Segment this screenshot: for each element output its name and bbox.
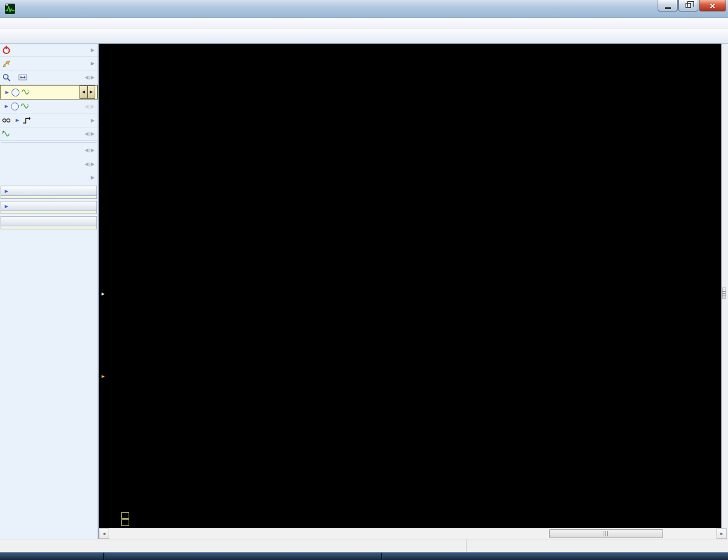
app-icon [5, 4, 15, 14]
position-time-row[interactable]: ◀|▶ [0, 127, 98, 141]
cursor-b-tag[interactable] [121, 519, 129, 526]
trigger-edge-icon [22, 116, 31, 124]
measure-panel-in2: ► [1, 201, 97, 214]
taskbar-separator [103, 553, 104, 560]
probe2-icon [11, 103, 19, 110]
menu-bar [0, 18, 728, 29]
panel1-arrow-icon: ► [4, 188, 9, 194]
spin-back-icon[interactable]: ◄ [79, 86, 87, 99]
restore-button[interactable] [678, 0, 698, 12]
expand-arrow-icon[interactable]: ▶ [91, 47, 96, 53]
modes-row[interactable]: ▶ [0, 57, 98, 70]
waveform-edit-icon [21, 102, 30, 110]
expand-arrow-icon[interactable]: ▶ [91, 175, 96, 180]
spin-arrows-icon[interactable]: ◀|▶ [85, 161, 96, 167]
spin-arrows-icon[interactable]: ◀|▶ [85, 75, 96, 80]
scope-display[interactable]: ► ► [99, 44, 727, 528]
title-bar[interactable]: × [0, 0, 728, 18]
channel2-arrow-icon: ► [4, 103, 9, 109]
status-bar [0, 539, 728, 552]
spin-arrows-icon[interactable]: ◀|▶ [85, 131, 96, 137]
panel2-arrow-icon: ► [4, 203, 9, 209]
scale-row[interactable]: ◀|▶ [0, 70, 98, 85]
restore-icon [686, 3, 691, 8]
channel2-marker[interactable]: ► [101, 371, 106, 380]
signal-time-icon [2, 130, 11, 138]
windows-taskbar[interactable] [0, 552, 728, 560]
vertical-scrollbar[interactable] [721, 44, 727, 528]
trigger-row[interactable]: ► ▶ [0, 113, 98, 127]
cursor-a-row[interactable]: ◀|▶ [0, 143, 98, 157]
phase-row[interactable]: ▶ [0, 171, 98, 183]
close-button[interactable]: × [699, 0, 726, 12]
channel1-row[interactable]: ► ◄► [0, 85, 98, 100]
scope-canvas[interactable] [99, 44, 727, 528]
scroll-right-button[interactable]: ► [716, 528, 727, 539]
channel1-spinner[interactable]: ◄► [79, 86, 95, 99]
waveform-edit-icon [21, 88, 30, 96]
channel2-row[interactable]: ► ◀|▶ [0, 100, 98, 113]
trigger-arrow-icon: ► [15, 117, 20, 123]
expand-arrow-icon[interactable]: ▶ [91, 118, 96, 123]
binoculars-icon [2, 116, 11, 124]
probe1-icon [12, 89, 19, 96]
sidebar-separator [1, 141, 96, 143]
measure-panel-in1: ► [1, 186, 97, 199]
cursor-b-row[interactable]: ◀|▶ [0, 157, 98, 171]
measure-panel-interval [1, 216, 97, 229]
minimize-button[interactable] [658, 0, 678, 12]
taskbar-separator [381, 553, 382, 560]
control-sidebar: ▶ ▶ ◀|▶ ► [0, 44, 99, 539]
file-total-time [466, 539, 728, 552]
zoom-scale-icon [2, 73, 11, 82]
horizontal-scrollbar[interactable]: ◄ ► [99, 528, 727, 539]
minimize-icon [665, 7, 671, 9]
expand-arrow-icon[interactable]: ▶ [91, 61, 96, 66]
modes-icon [2, 59, 11, 68]
spin-arrows-icon[interactable]: ◀|▶ [85, 104, 96, 109]
spin-forward-icon[interactable]: ► [87, 86, 95, 99]
horizontal-scroll-thumb[interactable] [549, 529, 663, 538]
toolbar [0, 29, 728, 44]
vertical-scroll-handle[interactable] [722, 288, 726, 299]
sweep-icon [18, 73, 27, 82]
spin-arrows-icon[interactable]: ◀|▶ [85, 147, 96, 153]
channel1-arrow-icon: ► [4, 89, 10, 95]
start-device-row[interactable]: ▶ [0, 44, 98, 57]
app-window: × ▶ ▶ [0, 0, 728, 560]
power-icon [2, 46, 11, 55]
channel1-marker[interactable]: ► [101, 289, 106, 297]
cursor-a-tag[interactable] [121, 512, 129, 519]
close-icon: × [710, 1, 715, 11]
scroll-left-button[interactable]: ◄ [99, 528, 109, 539]
